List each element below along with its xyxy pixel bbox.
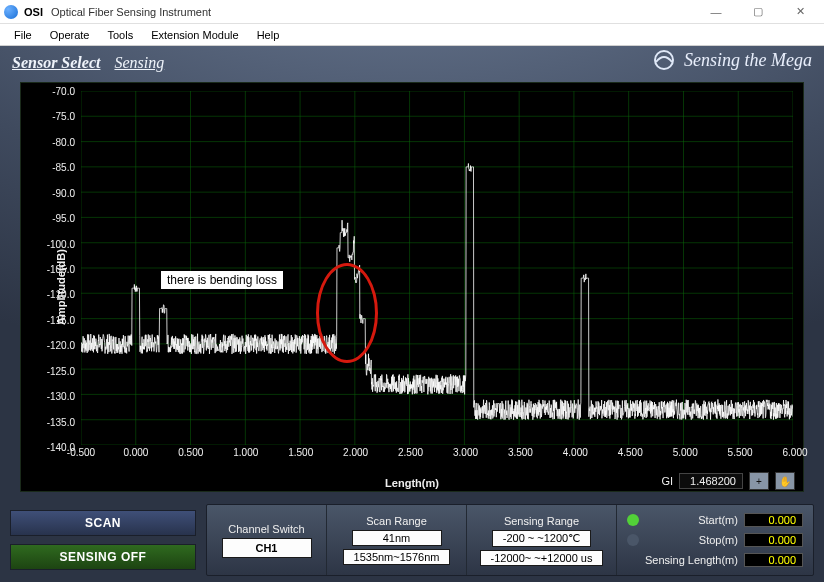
app-code: OSI (24, 6, 43, 18)
panel-scan-range: Scan Range 41nm 1535nm~1576nm (327, 505, 467, 575)
gi-value[interactable]: 1.468200 (679, 473, 743, 489)
y-tick-labels: -70.0-75.0-80.0-85.0-90.0-95.0-100.0-105… (21, 91, 77, 445)
annotation-bending-loss-circle (316, 263, 378, 363)
brand-text: Sensing the Mega (684, 50, 812, 71)
cursor-tool-button[interactable]: + (749, 472, 769, 490)
panel-sensing-range: Sensing Range -200 ~ ~1200℃ -12000~ ~+12… (467, 505, 617, 575)
stop-value[interactable]: 0.000 (744, 533, 803, 547)
panel-channel-switch: Channel Switch CH1 (207, 505, 327, 575)
scan-button[interactable]: SCAN (10, 510, 196, 536)
start-led-icon (627, 514, 639, 526)
menubar: File Operate Tools Extension Module Help (0, 24, 824, 46)
sensing-range-temp: -200 ~ ~1200℃ (492, 530, 591, 547)
app-body: Sensor Select Sensing Sensing the Mega A… (0, 46, 824, 582)
pan-tool-button[interactable]: ✋ (775, 472, 795, 490)
channel-value[interactable]: CH1 (222, 538, 312, 558)
start-value[interactable]: 0.000 (744, 513, 803, 527)
close-button[interactable]: ✕ (780, 2, 820, 22)
sensing-range-time: -12000~ ~+12000 us (480, 550, 604, 566)
menu-file[interactable]: File (6, 27, 40, 43)
window-title: Optical Fiber Sensing Instrument (51, 6, 211, 18)
tab-sensor-select[interactable]: Sensor Select (12, 54, 114, 72)
stop-label: Stop(m) (645, 534, 738, 546)
menu-tools[interactable]: Tools (99, 27, 141, 43)
gi-label: GI (661, 475, 673, 487)
maximize-button[interactable]: ▢ (738, 2, 778, 22)
titlebar: OSI Optical Fiber Sensing Instrument — ▢… (0, 0, 824, 24)
x-tick-labels: -0.5000.0000.5001.0001.5002.0002.5003.00… (81, 447, 793, 461)
app-icon (4, 5, 18, 19)
sensing-length-value[interactable]: 0.000 (744, 553, 803, 567)
stop-led-icon (627, 534, 639, 546)
start-label: Start(m) (645, 514, 738, 526)
annotation-bending-loss-label: there is bending loss (161, 271, 283, 289)
channel-switch-label: Channel Switch (228, 523, 304, 535)
panel-readouts: Start(m) 0.000 Stop(m) 0.000 Sensing Len… (617, 505, 813, 575)
menu-operate[interactable]: Operate (42, 27, 98, 43)
brand-icon (652, 48, 676, 72)
control-bar: SCAN SENSING OFF Channel Switch CH1 Scan… (10, 504, 814, 576)
sensing-range-label: Sensing Range (504, 515, 579, 527)
plot-svg (81, 91, 793, 445)
sensing-off-button[interactable]: SENSING OFF (10, 544, 196, 570)
chart-container: Amplitude(dB) Length(m) -70.0-75.0-80.0-… (20, 82, 804, 492)
app-header: Sensor Select Sensing Sensing the Mega (0, 46, 824, 74)
menu-help[interactable]: Help (249, 27, 288, 43)
scan-range-value: 41nm (352, 530, 442, 546)
scan-range-label: Scan Range (366, 515, 427, 527)
scan-range-span: 1535nm~1576nm (343, 549, 451, 565)
tab-sensing[interactable]: Sensing (114, 54, 178, 72)
control-panels: Channel Switch CH1 Scan Range 41nm 1535n… (206, 504, 814, 576)
menu-extension-module[interactable]: Extension Module (143, 27, 246, 43)
sensing-length-label: Sensing Length(m) (645, 554, 738, 566)
plot-area[interactable] (81, 91, 793, 445)
brand-logo: Sensing the Mega (652, 48, 812, 72)
chart-footer: GI 1.468200 + ✋ (21, 471, 803, 491)
minimize-button[interactable]: — (696, 2, 736, 22)
